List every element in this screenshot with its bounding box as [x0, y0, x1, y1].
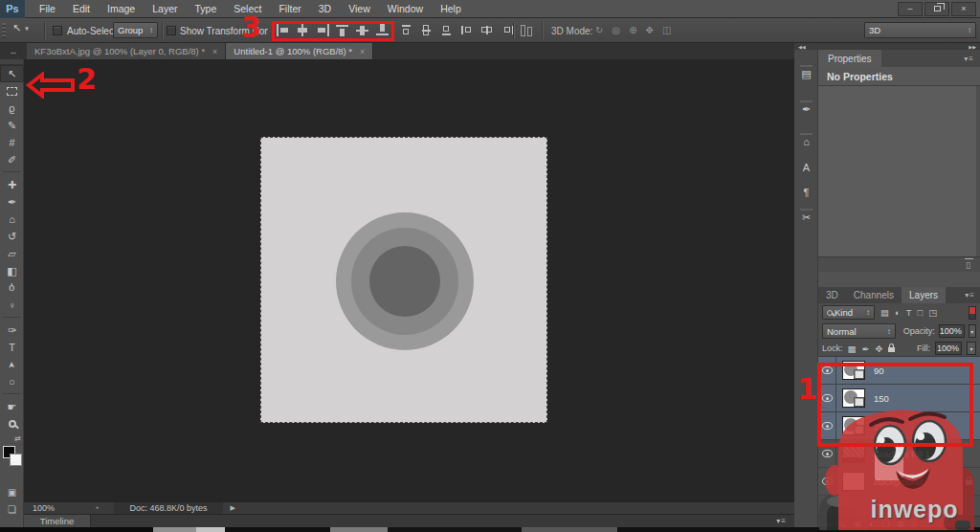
filter-shape-layers-icon[interactable]: □ [918, 307, 924, 318]
pane-resize-icon[interactable]: ↔ [0, 43, 27, 59]
menu-item[interactable]: Layer [144, 0, 186, 18]
character-panel-icon[interactable]: A [794, 153, 818, 178]
panel-tab[interactable]: Layers [902, 287, 946, 303]
distribute-vertical-centers-icon[interactable] [420, 24, 434, 36]
workspace-select[interactable]: 3D ↕ [864, 22, 976, 38]
histogram-panel-icon[interactable]: ▤ [794, 59, 818, 84]
menu-item[interactable]: File [31, 0, 64, 18]
minimize-button[interactable]: – [898, 2, 923, 16]
timeline-menu-icon[interactable]: ▾≡ [776, 517, 787, 525]
brush-tool[interactable]: ✒ [0, 193, 24, 211]
panel-tab[interactable]: Channels [846, 287, 902, 303]
menu-item[interactable]: Window [379, 0, 432, 18]
zoom-tool[interactable] [0, 415, 24, 432]
kind-filter-select[interactable]: Kind ↕ [822, 305, 875, 320]
tool-presets-panel-icon[interactable]: ✂ [794, 203, 818, 228]
tab-timeline[interactable]: Timeline [24, 515, 91, 527]
properties-menu-icon[interactable]: ▾≡ [964, 55, 974, 63]
brush-panel-icon[interactable]: ✒ [794, 95, 818, 120]
collapse-right-icon[interactable]: ▶▶ [969, 44, 976, 50]
eraser-tool[interactable]: ▱ [0, 245, 24, 262]
status-menu-arrow-icon[interactable]: ▶ [231, 504, 235, 512]
pen-tool[interactable]: ✑ [0, 321, 24, 339]
tab-properties[interactable]: Properties [818, 50, 881, 67]
clone-stamp-tool[interactable]: ⌂ [0, 211, 24, 228]
document-tab[interactable]: KF3oBxtA.jpg @ 100% (Layer 0, RGB/8) * × [27, 43, 226, 59]
collapse-left-icon[interactable]: ◀◀ [798, 44, 806, 50]
tab-close-icon[interactable]: × [360, 47, 365, 56]
hand-tool[interactable]: ☛ [0, 398, 24, 415]
move-tool[interactable]: ↖ [0, 65, 24, 82]
quick-selection-tool[interactable]: ✎ [0, 117, 24, 134]
blur-tool[interactable]: ϙ [0, 279, 24, 297]
tab-close-icon[interactable]: × [212, 47, 217, 56]
lock-all-icon[interactable] [888, 347, 895, 352]
menu-item[interactable]: View [340, 0, 379, 18]
lock-position-icon[interactable]: ✥ [875, 344, 882, 354]
menu-item[interactable]: Image [99, 0, 144, 18]
menu-item[interactable]: Help [432, 0, 470, 18]
opacity-field[interactable]: 100% [939, 324, 965, 338]
auto-align-layers-icon[interactable] [520, 25, 533, 37]
properties-header: Properties ▾≡ [818, 50, 980, 67]
rectangular-marquee-tool[interactable] [0, 82, 24, 100]
opacity-dropdown-icon[interactable]: ▾ [969, 324, 976, 338]
3d-pan-icon[interactable]: ⊕ [629, 25, 636, 35]
background-color-swatch[interactable] [10, 454, 22, 466]
document-canvas[interactable] [260, 137, 547, 423]
distribute-top-edges-icon[interactable] [400, 24, 414, 36]
annotation-number-2: 2 [77, 65, 97, 94]
document-tab[interactable]: Untitled-1 @ 100% (RGB/8) * × [226, 43, 373, 59]
crop-tool[interactable]: # [0, 134, 24, 151]
screen-mode-button[interactable]: ❏ [0, 501, 24, 517]
panel-tab[interactable]: 3D [818, 287, 846, 303]
menu-item[interactable]: Filter [270, 0, 309, 18]
tool-preset-picker[interactable]: ↖ ▾ [12, 23, 29, 33]
trash-icon[interactable]: ▯ [966, 260, 970, 270]
eyedropper-tool[interactable]: ✐ [0, 151, 24, 168]
distribute-bottom-edges-icon[interactable] [440, 24, 455, 36]
lock-icons: ▦✒✥ [848, 344, 896, 354]
path-selection-tool[interactable]: ➤ [0, 356, 24, 373]
group-select[interactable]: Group ↕ [113, 22, 158, 38]
layers-menu-icon[interactable]: ▾≡ [965, 291, 975, 299]
spot-healing-brush-tool[interactable]: ✚ [0, 176, 24, 193]
quick-mask-button[interactable]: ▣ [0, 484, 24, 499]
filter-pixel-layers-icon[interactable]: ▤ [880, 307, 889, 318]
lock-transparency-icon[interactable]: ▦ [848, 344, 857, 354]
timeline-panel: Timeline ▾≡ [24, 514, 794, 527]
type-tool[interactable]: T [0, 339, 24, 356]
history-brush-tool[interactable]: ↺ [0, 228, 24, 245]
filter-smart-objects-icon[interactable]: ◳ [928, 307, 937, 318]
filter-type-layers-icon[interactable]: T [906, 307, 912, 318]
dodge-tool[interactable]: ♀ [0, 297, 24, 314]
options-bar-grip[interactable] [2, 23, 6, 38]
clone-source-panel-icon[interactable]: ⌂ [794, 127, 818, 152]
document-tab-title: KF3oBxtA.jpg @ 100% (Layer 0, RGB/8) * [34, 46, 205, 56]
distribute-horizontal-centers-icon[interactable] [480, 24, 495, 36]
paragraph-panel-icon[interactable]: ¶ [794, 178, 818, 203]
3d-slide-icon[interactable]: ✥ [646, 25, 654, 35]
swap-colors-icon[interactable]: ⇄ [14, 434, 21, 443]
auto-select-checkbox[interactable] [53, 26, 62, 35]
filter-adjustment-layers-icon[interactable]: ◐ [895, 307, 901, 318]
lasso-tool[interactable]: ϱ [0, 100, 24, 117]
3d-roll-icon[interactable]: ◎ [612, 25, 620, 35]
distribute-left-edges-icon[interactable] [460, 24, 475, 36]
3d-zoom-icon[interactable]: ◫ [662, 25, 671, 35]
fill-field[interactable]: 100% [935, 342, 962, 355]
menu-item[interactable]: 3D [310, 0, 340, 18]
close-button[interactable]: × [951, 2, 976, 16]
3d-orbit-icon[interactable]: ↻ [595, 25, 603, 35]
menu-item[interactable]: Edit [64, 0, 99, 18]
lock-pixels-icon[interactable]: ✒ [862, 344, 870, 354]
show-transform-checkbox[interactable] [167, 26, 176, 35]
paint-bucket-tool[interactable]: ◧ [0, 262, 24, 279]
menu-item[interactable]: Type [186, 0, 225, 18]
ellipse-tool[interactable]: ○ [0, 373, 24, 390]
fill-dropdown-icon[interactable]: ▾ [967, 342, 976, 355]
restore-button[interactable] [924, 2, 949, 16]
zoom-level-field[interactable]: 100% [33, 503, 69, 513]
blend-mode-select[interactable]: Normal ↕ [822, 323, 896, 339]
filter-toggle-switch[interactable] [969, 306, 976, 320]
